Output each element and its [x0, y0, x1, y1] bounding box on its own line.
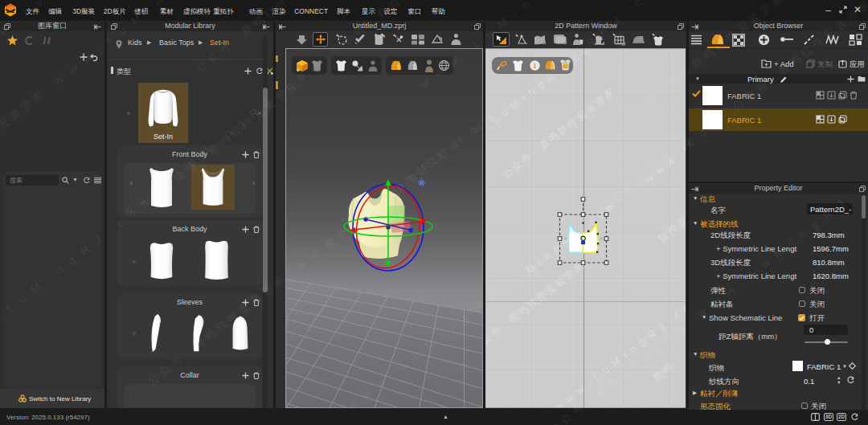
svg-text:i: i — [534, 61, 536, 70]
